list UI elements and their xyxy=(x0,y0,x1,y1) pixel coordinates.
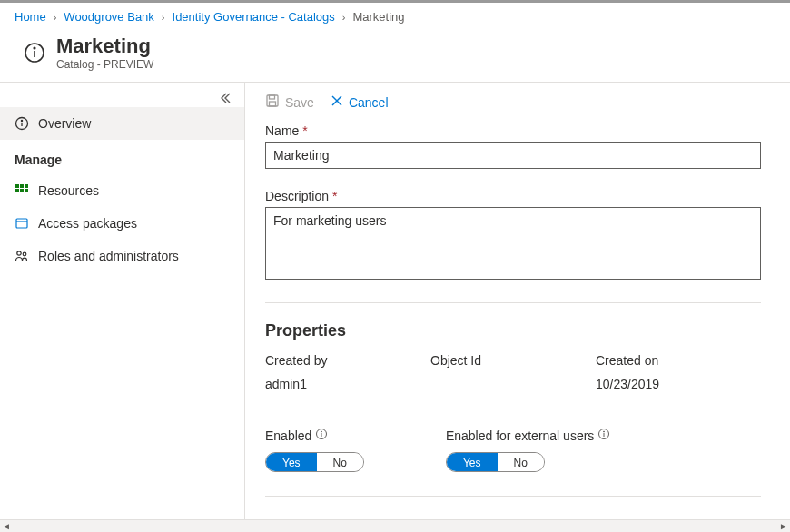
external-label: Enabled for external users xyxy=(446,429,594,443)
sidebar-item-label: Overview xyxy=(38,116,91,131)
save-icon xyxy=(265,94,280,111)
sidebar-item-access-packages[interactable]: Access packages xyxy=(0,207,244,240)
svg-point-26 xyxy=(604,431,605,432)
svg-point-14 xyxy=(17,251,21,255)
name-input[interactable] xyxy=(265,142,761,169)
close-icon xyxy=(331,94,343,110)
properties-heading: Properties xyxy=(265,321,770,340)
enabled-label: Enabled xyxy=(265,429,311,443)
info-icon[interactable] xyxy=(597,428,610,443)
info-icon xyxy=(24,42,45,64)
sidebar-item-overview[interactable]: Overview xyxy=(0,107,244,140)
svg-rect-6 xyxy=(15,184,19,188)
svg-point-15 xyxy=(23,252,26,256)
svg-rect-18 xyxy=(270,102,276,106)
sidebar-section-manage: Manage xyxy=(0,140,244,174)
content-pane: Save Cancel Name * Description * Propert… xyxy=(245,83,790,532)
sidebar-item-label: Resources xyxy=(38,183,99,198)
external-yes[interactable]: Yes xyxy=(447,453,498,471)
enabled-no[interactable]: No xyxy=(317,453,363,471)
sidebar-item-label: Roles and administrators xyxy=(38,249,179,263)
info-icon xyxy=(15,116,29,131)
sidebar-item-resources[interactable]: Resources xyxy=(0,174,244,207)
divider xyxy=(265,496,761,497)
object-id-label: Object Id xyxy=(430,353,596,368)
svg-point-5 xyxy=(21,120,22,121)
page-header: Marketing Catalog - PREVIEW xyxy=(0,31,790,83)
properties-grid: Created by Object Id Created on admin1 1… xyxy=(265,353,761,391)
created-by-label: Created by xyxy=(265,353,430,368)
chevron-right-icon: › xyxy=(342,12,346,23)
sidebar: Overview Manage Resources Access package… xyxy=(0,83,245,532)
created-on-label: Created on xyxy=(596,353,761,368)
created-on-value: 10/23/2019 xyxy=(596,377,761,391)
enabled-toggle-group: Enabled Yes No xyxy=(265,428,364,472)
cancel-label: Cancel xyxy=(349,95,389,110)
svg-rect-11 xyxy=(25,189,28,192)
chevron-right-icon: › xyxy=(54,12,57,23)
sidebar-item-label: Access packages xyxy=(38,216,137,231)
svg-rect-10 xyxy=(20,189,24,192)
breadcrumb-current: Marketing xyxy=(352,10,404,24)
sidebar-item-roles[interactable]: Roles and administrators xyxy=(0,240,244,272)
breadcrumb-link-home[interactable]: Home xyxy=(15,10,46,24)
breadcrumb-link-org[interactable]: Woodgrove Bank xyxy=(64,10,154,24)
description-label: Description * xyxy=(265,189,770,203)
name-label: Name * xyxy=(265,123,770,138)
svg-point-23 xyxy=(321,431,322,432)
info-icon[interactable] xyxy=(315,428,328,443)
svg-rect-9 xyxy=(15,189,19,192)
save-label: Save xyxy=(285,95,314,110)
scroll-left-icon[interactable]: ◄ xyxy=(2,521,11,531)
breadcrumb: Home › Woodgrove Bank › Identity Governa… xyxy=(0,3,790,31)
created-by-value: admin1 xyxy=(265,377,430,391)
chevron-right-icon: › xyxy=(162,12,165,23)
external-no[interactable]: No xyxy=(498,453,544,471)
svg-rect-7 xyxy=(20,184,24,188)
svg-rect-12 xyxy=(16,219,27,228)
breadcrumb-link-catalogs[interactable]: Identity Governance - Catalogs xyxy=(173,10,335,24)
svg-rect-16 xyxy=(267,95,278,106)
people-icon xyxy=(15,249,29,263)
svg-point-2 xyxy=(34,47,35,49)
description-input[interactable] xyxy=(265,207,761,280)
svg-rect-8 xyxy=(25,184,28,188)
external-toggle[interactable]: Yes No xyxy=(446,452,545,472)
svg-rect-17 xyxy=(270,95,275,99)
object-id-value xyxy=(430,377,596,391)
enabled-yes[interactable]: Yes xyxy=(266,453,317,471)
save-button[interactable]: Save xyxy=(265,94,314,111)
horizontal-scrollbar[interactable]: ◄ ► xyxy=(0,519,790,532)
package-icon xyxy=(15,216,29,231)
page-title: Marketing xyxy=(56,34,153,58)
scroll-right-icon[interactable]: ► xyxy=(779,521,788,531)
external-toggle-group: Enabled for external users Yes No xyxy=(446,428,610,472)
toolbar: Save Cancel xyxy=(265,83,770,123)
collapse-sidebar-button[interactable] xyxy=(0,88,244,107)
grid-icon xyxy=(15,183,29,198)
page-subtitle: Catalog - PREVIEW xyxy=(56,58,153,71)
enabled-toggle[interactable]: Yes No xyxy=(265,452,364,472)
cancel-button[interactable]: Cancel xyxy=(331,94,389,110)
divider xyxy=(265,302,761,303)
